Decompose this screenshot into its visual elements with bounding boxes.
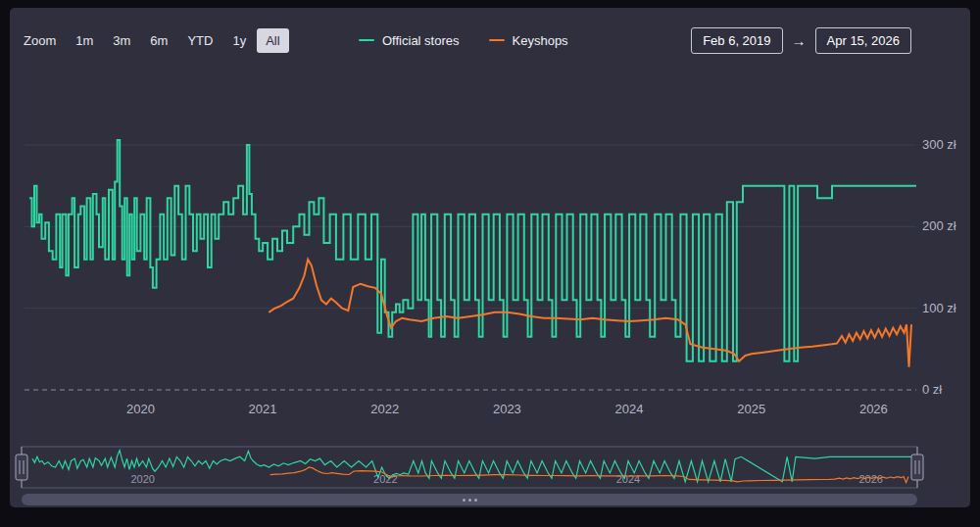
scrollbar[interactable]: [22, 494, 917, 505]
series-line-official-stores: [29, 140, 916, 361]
x-axis-label: 2020: [126, 402, 155, 416]
x-axis-label: 2023: [493, 402, 521, 416]
zoom-button-1y[interactable]: 1y: [223, 28, 255, 53]
scrollbar-grip-icon: [463, 499, 466, 502]
series-line-keyshops: [269, 260, 911, 367]
arrow-right-icon: →: [792, 32, 807, 49]
navigator-handle-left[interactable]: [16, 455, 27, 480]
navigator[interactable]: 2020202220242026: [0, 443, 980, 492]
zoom-button-6m[interactable]: 6m: [141, 28, 176, 53]
range-from-input[interactable]: Feb 6, 2019: [691, 27, 782, 54]
legend-item-official-stores[interactable]: Official stores: [359, 33, 460, 48]
zoom-button-ytd[interactable]: YTD: [178, 28, 221, 53]
legend-label-keyshops: Keyshops: [513, 33, 568, 48]
zoom-button-3m[interactable]: 3m: [104, 28, 139, 53]
x-axis-label: 2021: [249, 402, 277, 416]
y-axis-label: 200 zł: [922, 218, 956, 233]
date-range-selector: Feb 6, 2019 → Apr 15, 2026: [691, 25, 911, 55]
official-stores-line-icon: [359, 39, 374, 41]
navigator-series-official-stores: [32, 451, 913, 482]
toolbar: Zoom 1m 3m 6m YTD 1y All Official stores…: [24, 25, 956, 55]
x-axis-label: 2022: [370, 402, 399, 416]
legend-item-keyshops[interactable]: Keyshops: [489, 33, 568, 48]
zoom-button-all[interactable]: All: [257, 28, 288, 53]
scrollbar-grip-icon: [474, 499, 477, 502]
navigator-axis-label: 2024: [616, 473, 640, 485]
zoom-button-1m[interactable]: 1m: [67, 28, 102, 53]
navigator-handle-right[interactable]: [911, 455, 923, 480]
y-axis-label: 100 zł: [922, 301, 956, 315]
price-chart[interactable]: 300 zł200 zł100 zł0 zł202020212022202320…: [0, 69, 980, 426]
navigator-axis-label: 2020: [130, 473, 154, 485]
x-axis-label: 2026: [859, 402, 888, 416]
x-axis-label: 2024: [615, 402, 644, 416]
navigator-axis-label: 2026: [858, 473, 882, 485]
x-axis-label: 2025: [737, 402, 765, 416]
zoom-label: Zoom: [24, 33, 56, 48]
legend-label-official-stores: Official stores: [382, 33, 460, 48]
scrollbar-grip-icon: [468, 499, 471, 502]
keyshops-line-icon: [489, 39, 505, 41]
y-axis-label: 300 zł: [922, 137, 956, 152]
range-to-input[interactable]: Apr 15, 2026: [815, 27, 911, 54]
legend: Official stores Keyshops: [359, 25, 568, 55]
navigator-series-keyshops: [270, 467, 908, 483]
y-axis-label: 0 zł: [922, 382, 942, 397]
